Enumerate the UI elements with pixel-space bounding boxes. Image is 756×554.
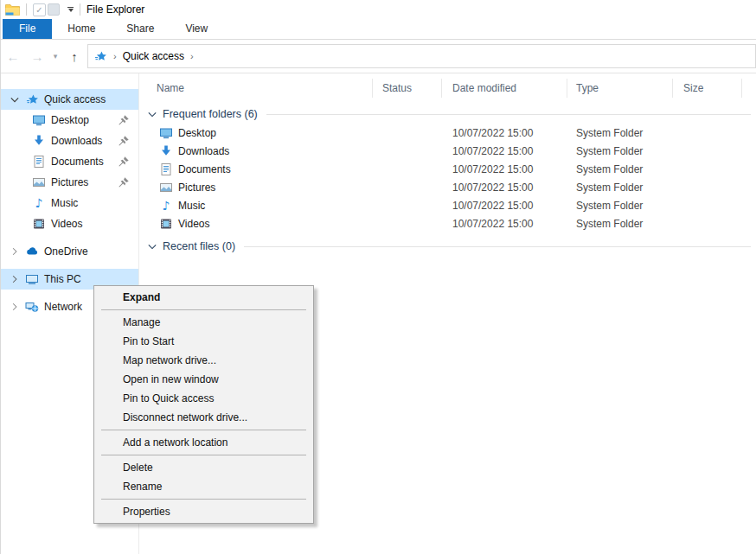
menu-item-expand[interactable]: Expand bbox=[94, 288, 313, 307]
navigation-bar: ← → ▾ ↑ › Quick access › bbox=[1, 40, 756, 73]
file-date-modified: 10/07/2022 15:00 bbox=[442, 127, 567, 139]
file-row-documents[interactable]: Documents 10/07/2022 15:00 System Folder bbox=[139, 160, 756, 178]
sidebar-item-pictures[interactable]: Pictures bbox=[1, 172, 138, 193]
column-header-status[interactable]: Status bbox=[373, 79, 442, 98]
videos-icon bbox=[32, 217, 46, 231]
sidebar-item-label: Pictures bbox=[51, 176, 118, 188]
menu-item-add-a-network-location[interactable]: Add a network location bbox=[94, 433, 313, 452]
videos-icon bbox=[159, 217, 173, 231]
file-type: System Folder bbox=[567, 127, 673, 139]
window-title: File Explorer bbox=[86, 3, 144, 16]
file-name: Music bbox=[178, 200, 205, 212]
sidebar-item-downloads[interactable]: Downloads bbox=[1, 131, 138, 151]
column-header-date-modified[interactable]: Date modified bbox=[442, 79, 567, 98]
network-icon bbox=[25, 300, 39, 314]
tab-home[interactable]: Home bbox=[52, 19, 111, 39]
file-name: Desktop bbox=[178, 127, 216, 139]
file-row-music[interactable]: ♪ Music 10/07/2022 15:00 System Folder bbox=[139, 196, 756, 214]
chevron-down-icon[interactable] bbox=[9, 97, 21, 103]
file-date-modified: 10/07/2022 15:00 bbox=[442, 145, 567, 157]
sidebar-item-label: This PC bbox=[44, 273, 138, 285]
sidebar-item-label: Downloads bbox=[51, 135, 118, 147]
breadcrumb-chevron-icon[interactable]: › bbox=[189, 51, 195, 61]
chevron-down-icon[interactable] bbox=[148, 111, 157, 118]
group-header-frequent-folders[interactable]: Frequent folders (6) bbox=[139, 105, 756, 124]
sidebar-item-label: Quick access bbox=[44, 93, 138, 105]
menu-separator bbox=[101, 309, 306, 310]
forward-button[interactable]: → bbox=[25, 49, 49, 64]
menu-item-map-network-drive[interactable]: Map network drive... bbox=[94, 351, 313, 370]
file-row-videos[interactable]: Videos 10/07/2022 15:00 System Folder bbox=[139, 214, 756, 232]
sidebar-item-music[interactable]: ♪ Music bbox=[1, 193, 138, 213]
menu-item-delete[interactable]: Delete bbox=[94, 458, 313, 477]
sidebar-item-documents[interactable]: Documents bbox=[1, 151, 138, 172]
menu-item-disconnect-network-drive[interactable]: Disconnect network drive... bbox=[94, 408, 313, 427]
sidebar-item-label: OneDrive bbox=[44, 245, 138, 258]
recent-locations-dropdown-icon[interactable]: ▾ bbox=[49, 52, 61, 60]
sidebar-item-quick-access[interactable]: Quick access bbox=[1, 89, 138, 110]
sidebar-item-label: Documents bbox=[51, 156, 118, 168]
menu-item-open-in-new-window[interactable]: Open in new window bbox=[94, 370, 313, 389]
file-explorer-window: ✓ File Explorer File Home Share View ← →… bbox=[0, 0, 756, 554]
file-row-downloads[interactable]: Downloads 10/07/2022 15:00 System Folder bbox=[139, 142, 756, 160]
toolbar-separator bbox=[26, 3, 27, 16]
title-bar: ✓ File Explorer bbox=[1, 0, 756, 19]
pin-icon bbox=[118, 176, 131, 189]
breadcrumb-chevron-icon[interactable]: › bbox=[112, 51, 119, 61]
up-button[interactable]: ↑ bbox=[61, 49, 87, 64]
menu-item-manage[interactable]: Manage bbox=[94, 313, 313, 332]
onedrive-icon bbox=[25, 245, 39, 258]
address-bar[interactable]: › Quick access › bbox=[87, 44, 756, 68]
context-menu: Expand Manage Pin to Start Map network d… bbox=[93, 285, 314, 524]
tab-share[interactable]: Share bbox=[111, 19, 170, 39]
sidebar-item-label: Videos bbox=[51, 218, 138, 230]
sidebar-item-desktop[interactable]: Desktop bbox=[1, 110, 138, 131]
group-header-recent-files[interactable]: Recent files (0) bbox=[139, 237, 756, 256]
menu-separator bbox=[101, 430, 306, 430]
column-header-size[interactable]: Size bbox=[673, 79, 742, 98]
menu-item-rename[interactable]: Rename bbox=[94, 477, 313, 496]
downloads-icon bbox=[159, 144, 173, 158]
back-button[interactable]: ← bbox=[1, 49, 25, 64]
menu-item-properties[interactable]: Properties bbox=[94, 502, 313, 521]
file-row-desktop[interactable]: Desktop 10/07/2022 15:00 System Folder bbox=[139, 124, 756, 142]
chevron-right-icon[interactable] bbox=[9, 275, 21, 283]
group-header-label: Recent files (0) bbox=[163, 240, 235, 252]
sidebar-item-label: Music bbox=[51, 197, 138, 209]
properties-quick-button[interactable]: ✓ bbox=[33, 3, 46, 16]
file-type: System Folder bbox=[567, 218, 673, 230]
this-pc-icon bbox=[25, 272, 39, 286]
tab-view[interactable]: View bbox=[170, 19, 223, 39]
menu-separator bbox=[101, 455, 306, 455]
file-date-modified: 10/07/2022 15:00 bbox=[442, 163, 567, 175]
pin-icon bbox=[118, 156, 131, 169]
ribbon-tabs: File Home Share View bbox=[1, 19, 756, 40]
sidebar-item-onedrive[interactable]: OneDrive bbox=[1, 241, 138, 262]
tab-file[interactable]: File bbox=[3, 19, 52, 39]
file-name: Videos bbox=[178, 218, 209, 230]
group-header-rule bbox=[266, 114, 751, 115]
pin-icon bbox=[118, 114, 131, 127]
chevron-right-icon[interactable] bbox=[9, 247, 21, 256]
file-type: System Folder bbox=[567, 163, 673, 175]
pictures-icon bbox=[32, 175, 46, 189]
column-header-type[interactable]: Type bbox=[567, 79, 673, 98]
sidebar-item-videos[interactable]: Videos bbox=[1, 213, 138, 234]
menu-item-pin-to-start[interactable]: Pin to Start bbox=[94, 332, 313, 351]
chevron-down-icon[interactable] bbox=[148, 244, 157, 250]
downloads-icon bbox=[32, 134, 46, 148]
breadcrumb-location[interactable]: Quick access bbox=[123, 50, 184, 62]
menu-item-pin-to-quick-access[interactable]: Pin to Quick access bbox=[94, 389, 313, 408]
file-type: System Folder bbox=[567, 181, 673, 194]
menu-separator bbox=[101, 499, 306, 500]
new-folder-quick-button[interactable] bbox=[46, 3, 61, 16]
toolbar-separator bbox=[80, 3, 80, 16]
group-header-rule bbox=[244, 246, 751, 247]
chevron-right-icon[interactable] bbox=[9, 302, 21, 311]
column-header-name[interactable]: Name bbox=[139, 79, 373, 98]
customize-toolbar-dropdown[interactable] bbox=[67, 7, 74, 12]
file-row-pictures[interactable]: Pictures 10/07/2022 15:00 System Folder bbox=[139, 178, 756, 196]
music-icon: ♪ bbox=[159, 199, 173, 213]
file-type: System Folder bbox=[567, 200, 673, 212]
group-header-label: Frequent folders (6) bbox=[163, 108, 258, 120]
